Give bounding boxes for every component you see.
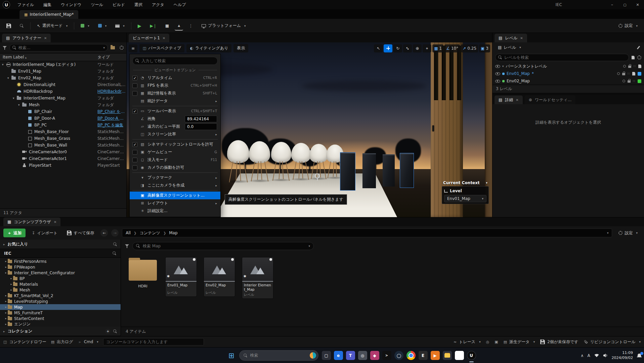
column-item-label[interactable]: Item Label bbox=[3, 55, 27, 59]
favorites-header[interactable]: ▸ お気に入り bbox=[0, 240, 121, 249]
notification-bell-icon[interactable] bbox=[637, 353, 642, 358]
surface-snap-button[interactable]: ⌖ bbox=[423, 44, 431, 52]
folder-thumbnail[interactable] bbox=[129, 260, 157, 281]
browse-content-button[interactable] bbox=[17, 21, 27, 31]
search-icon[interactable] bbox=[113, 242, 117, 246]
expand-caret-icon[interactable] bbox=[7, 76, 11, 80]
frame-skip-button[interactable]: ▶❘ bbox=[147, 21, 160, 31]
content-drawer-button[interactable]: ◫コンテンツドロワー bbox=[3, 339, 46, 345]
outliner-tab[interactable]: ▤ アウトライナー ✕ bbox=[2, 34, 51, 42]
menu-item[interactable]: ヘルプ bbox=[170, 1, 190, 9]
menu-item[interactable]: ツール bbox=[87, 1, 108, 9]
folder-tree-row[interactable]: Materials bbox=[0, 281, 121, 287]
checkbox[interactable] bbox=[132, 183, 137, 188]
play-options-button[interactable] bbox=[186, 21, 196, 31]
breadcrumb-item[interactable]: Map bbox=[160, 231, 178, 235]
taskbar-app-icon[interactable]: T bbox=[346, 351, 355, 360]
edit-icon[interactable] bbox=[637, 45, 641, 49]
menu-item-value-field[interactable]: 89.424164 bbox=[185, 116, 217, 122]
menu-search-input[interactable] bbox=[141, 58, 215, 63]
menu-item[interactable]: ▱ 遠方のビュー平面 0.0 bbox=[130, 123, 220, 130]
checkbox[interactable] bbox=[132, 175, 137, 180]
menu-item[interactable]: アクタ bbox=[148, 1, 168, 9]
level-asset-card[interactable]: * Env01_Map レベル bbox=[165, 257, 197, 297]
taskbar-app-icon[interactable]: e bbox=[334, 351, 343, 360]
outliner-row[interactable]: Mesh フォルダ bbox=[0, 102, 126, 108]
taskbar-app-icon[interactable]: ◆ bbox=[370, 351, 379, 360]
caret-right-icon[interactable] bbox=[4, 266, 8, 269]
folder-tree-row[interactable]: FPWeapon bbox=[0, 264, 121, 270]
menu-item[interactable]: ▦ 統計情報を表示 SHIFT+L bbox=[130, 89, 220, 97]
folder-tree-row[interactable]: FirstPersonArms bbox=[0, 258, 121, 264]
checkbox[interactable] bbox=[132, 109, 137, 114]
folder-tree-row[interactable]: Interior_Element_Configurator bbox=[0, 270, 121, 276]
checkbox[interactable] bbox=[132, 83, 137, 88]
save-page-icon[interactable] bbox=[632, 72, 635, 76]
rotation-snap-button[interactable]: ∠10° bbox=[444, 44, 460, 52]
asset-tile[interactable]: HDRI bbox=[127, 257, 159, 289]
breadcrumb-item[interactable]: All bbox=[126, 231, 131, 235]
level-asset-card[interactable]: Env02_Map レベル bbox=[204, 257, 235, 297]
expand-caret-icon[interactable] bbox=[13, 96, 17, 100]
folder-tree-row[interactable]: BP bbox=[0, 276, 121, 281]
checkbox[interactable] bbox=[132, 165, 137, 170]
console-input[interactable] bbox=[103, 338, 204, 346]
levels-tab-close-icon[interactable]: ✕ bbox=[520, 36, 523, 40]
outliner-search-input[interactable] bbox=[18, 45, 101, 50]
levels-search-input[interactable] bbox=[504, 55, 626, 60]
folder-tree-row[interactable]: StarterContent bbox=[0, 316, 121, 321]
camera-speed-button[interactable]: ▣3 bbox=[479, 44, 490, 52]
wifi-icon[interactable] bbox=[594, 353, 599, 358]
scale-tool-button[interactable]: ↔ bbox=[403, 44, 412, 52]
level-row[interactable]: Env01_Map * ∷ bbox=[492, 70, 644, 77]
settings-dropdown[interactable]: 設定 bbox=[615, 21, 641, 31]
minimize-button[interactable] bbox=[606, 0, 618, 9]
levels-tab[interactable]: ▤ レベル ✕ bbox=[495, 34, 527, 42]
menu-item[interactable]: 選択 bbox=[130, 1, 146, 9]
menu-item[interactable]: ◔ リアルタイム CTRL+R bbox=[130, 74, 220, 82]
outliner-row[interactable]: BP_Chair BP_Chair を編集 bbox=[0, 108, 126, 115]
caret-right-icon[interactable] bbox=[4, 300, 8, 303]
chevron-down-icon[interactable]: ▾ bbox=[308, 244, 310, 248]
viewport-tab-close-icon[interactable]: ✕ bbox=[163, 36, 165, 40]
folder-tree-row[interactable]: KT_SmartMat_Vol_2 bbox=[0, 293, 121, 298]
mode-dropdown[interactable]: 選択モード bbox=[34, 21, 71, 31]
context-level-dropdown[interactable]: Env01_Map bbox=[444, 195, 486, 202]
taskbar-clock[interactable]: 11:09 2024/09/02 bbox=[612, 351, 633, 361]
caret-right-icon[interactable] bbox=[9, 277, 13, 280]
show-dropdown[interactable]: 表示 bbox=[233, 44, 248, 52]
level-color-chip[interactable] bbox=[638, 79, 641, 83]
revision-control-button[interactable]: リビジョンコントロール bbox=[584, 339, 641, 345]
add-collection-icon[interactable]: ＋ bbox=[105, 329, 111, 334]
taskbar-app-icon[interactable]: U bbox=[467, 351, 476, 360]
scale-snap-button[interactable]: ↗0.25 bbox=[461, 44, 478, 52]
folder-tree-row[interactable]: MS_FurnitureT bbox=[0, 310, 121, 316]
menu-item[interactable]: ▭ ツールバー表示 CTRL+SHIFT+T bbox=[130, 107, 220, 115]
level-row[interactable]: Env02_Map ∷ bbox=[492, 77, 644, 85]
project-root-row[interactable]: IEC bbox=[0, 249, 121, 258]
forward-button[interactable]: → bbox=[111, 229, 119, 237]
asset-search[interactable]: ▾ bbox=[132, 242, 314, 250]
outliner-row[interactable]: DirectionalLight DirectionalLight bbox=[0, 81, 126, 88]
outliner-tab-close-icon[interactable]: ✕ bbox=[44, 36, 47, 40]
checkbox[interactable] bbox=[132, 132, 137, 137]
stop-button[interactable] bbox=[162, 21, 172, 31]
cmd-dropdown[interactable]: ＞Cmd bbox=[78, 339, 98, 345]
add-level-icon[interactable] bbox=[632, 56, 635, 59]
checkbox[interactable] bbox=[132, 209, 137, 213]
menu-item-value-field[interactable]: 0.0 bbox=[185, 123, 217, 130]
checkbox[interactable] bbox=[132, 99, 137, 104]
world-settings-tab[interactable]: ⊕ ワールドセッティ... bbox=[525, 95, 575, 104]
drag-grid-icon[interactable]: ∷ bbox=[634, 65, 636, 68]
launch-button[interactable]: ▲ bbox=[175, 21, 183, 31]
back-button[interactable]: ← bbox=[100, 229, 108, 237]
menu-item[interactable]: ◫ スクリーン比率 bbox=[130, 130, 220, 138]
ime-indicator[interactable]: A bbox=[587, 353, 590, 358]
menu-item[interactable]: ビルド bbox=[109, 1, 129, 9]
checkbox[interactable] bbox=[132, 150, 137, 155]
level-asset-card[interactable]: * Interior Element_Map レベル bbox=[242, 257, 273, 299]
taskbar-app-icon[interactable]: G bbox=[455, 351, 464, 360]
caret-right-icon[interactable] bbox=[4, 260, 8, 263]
folder-tree-row[interactable]: Map bbox=[0, 304, 121, 310]
breadcrumb-item[interactable]: コンテンツ bbox=[131, 230, 160, 236]
